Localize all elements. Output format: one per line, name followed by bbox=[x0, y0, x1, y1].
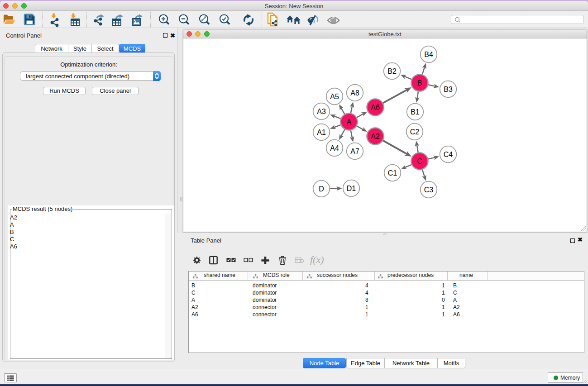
svg-text:C1: C1 bbox=[388, 169, 397, 177]
svg-text:A8: A8 bbox=[350, 89, 359, 97]
svg-text:B: B bbox=[417, 79, 422, 87]
svg-text:A: A bbox=[347, 118, 352, 126]
svg-text:B4: B4 bbox=[424, 51, 433, 58]
svg-text:C: C bbox=[417, 157, 422, 165]
svg-text:A7: A7 bbox=[350, 148, 359, 155]
svg-text:A6: A6 bbox=[371, 104, 380, 111]
svg-text:C4: C4 bbox=[444, 151, 453, 158]
svg-text:B3: B3 bbox=[444, 86, 453, 93]
svg-text:D: D bbox=[319, 185, 324, 193]
svg-text:B2: B2 bbox=[387, 67, 397, 75]
svg-text:A4: A4 bbox=[330, 144, 339, 152]
svg-text:A3: A3 bbox=[317, 108, 326, 115]
svg-text:C3: C3 bbox=[424, 186, 434, 194]
svg-text:C2: C2 bbox=[410, 128, 420, 136]
svg-text:D1: D1 bbox=[347, 185, 356, 192]
svg-text:A5: A5 bbox=[330, 93, 339, 100]
svg-text:A2: A2 bbox=[371, 133, 380, 140]
svg-text:B1: B1 bbox=[411, 108, 420, 116]
svg-text:A1: A1 bbox=[317, 129, 326, 136]
